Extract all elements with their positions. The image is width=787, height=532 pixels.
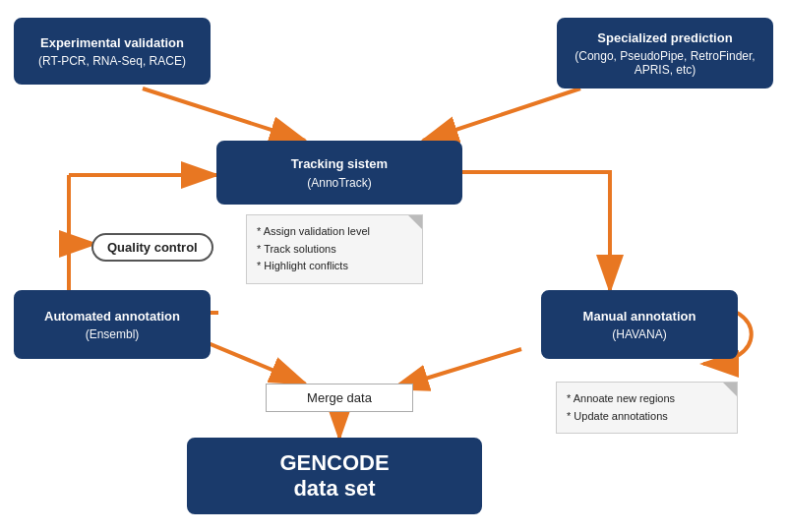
manual-note-item1: * Annoate new regions — [567, 390, 727, 408]
svg-line-4 — [423, 89, 580, 141]
tracking-system-box: Tracking sistem (AnnoTrack) — [216, 141, 462, 205]
manual-title: Manual annotation — [583, 308, 696, 325]
tracking-note-item1: * Assign validation level — [257, 223, 412, 241]
svg-line-10 — [394, 349, 521, 388]
tracking-subtitle: (AnnoTrack) — [307, 176, 372, 190]
specialized-prediction-box: Specialized prediction (Congo, PseudoPip… — [557, 18, 773, 89]
manual-annotation-box: Manual annotation (HAVANA) — [541, 290, 738, 359]
tracking-note-item3: * Highlight conflicts — [257, 258, 412, 275]
manual-note-item2: * Update annotations — [567, 408, 727, 426]
diagram: Experimental validation (RT-PCR, RNA-Seq… — [0, 0, 787, 532]
merge-data-box: Merge data — [266, 384, 413, 412]
manual-subtitle: (HAVANA) — [612, 327, 667, 341]
manual-note: * Annoate new regions * Update annotatio… — [556, 382, 738, 434]
automated-title: Automated annotation — [44, 308, 180, 325]
automated-subtitle: (Ensembl) — [86, 327, 140, 341]
svg-line-3 — [143, 89, 305, 141]
tracking-title: Tracking sistem — [291, 155, 388, 173]
gencode-box: GENCODE data set — [187, 438, 482, 514]
automated-annotation-box: Automated annotation (Ensembl) — [14, 290, 211, 359]
experimental-subtitle: (RT-PCR, RNA-Seq, RACE) — [38, 54, 186, 68]
specialized-subtitle: (Congo, PseudoPipe, RetroFinder, APRIS, … — [573, 49, 757, 77]
gencode-title-line1: GENCODE — [279, 450, 389, 476]
experimental-title: Experimental validation — [40, 34, 184, 52]
tracking-note: * Assign validation level * Track soluti… — [246, 214, 423, 284]
specialized-title: Specialized prediction — [597, 30, 732, 47]
merge-label: Merge data — [307, 390, 372, 405]
gencode-title-line2: data set — [293, 476, 375, 502]
experimental-validation-box: Experimental validation (RT-PCR, RNA-Seq… — [14, 18, 211, 85]
tracking-note-item2: * Track solutions — [257, 241, 412, 259]
quality-control-label: Quality control — [91, 233, 213, 262]
